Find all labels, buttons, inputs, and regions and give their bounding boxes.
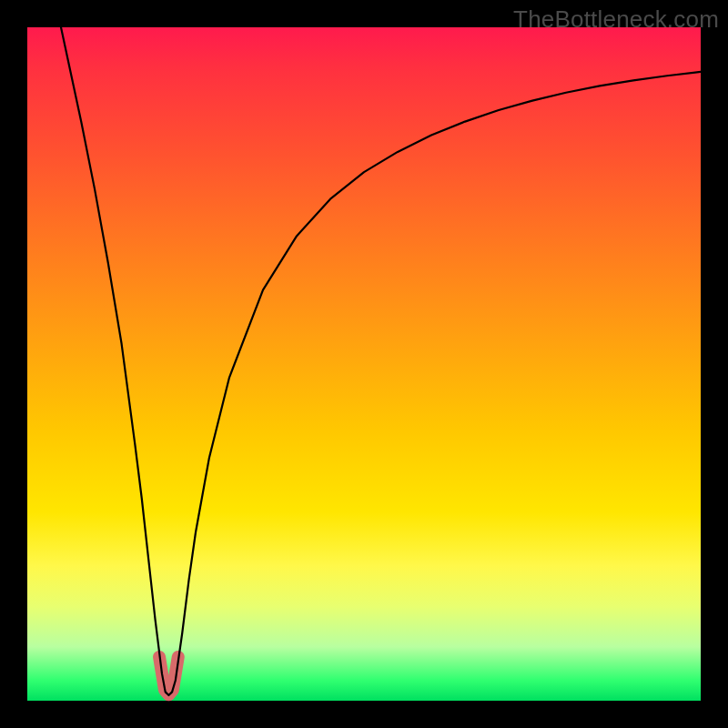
bottleneck-plot — [27, 27, 701, 701]
watermark-text: TheBottleneck.com — [513, 5, 719, 34]
chart-area — [27, 27, 701, 701]
bottleneck-curve — [61, 27, 701, 695]
